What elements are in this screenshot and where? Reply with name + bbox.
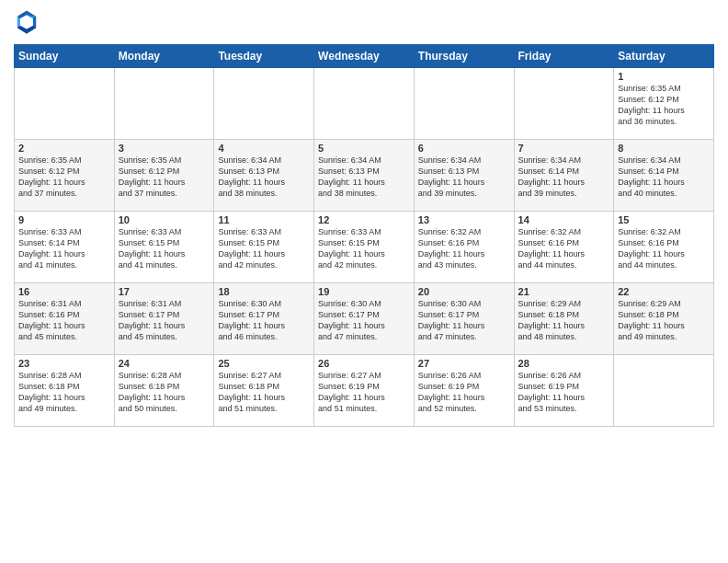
- day-cell: 19Sunrise: 6:30 AM Sunset: 6:17 PM Dayli…: [314, 283, 415, 355]
- week-row-4: 23Sunrise: 6:28 AM Sunset: 6:18 PM Dayli…: [15, 355, 714, 427]
- day-info: Sunrise: 6:29 AM Sunset: 6:18 PM Dayligh…: [518, 298, 610, 343]
- day-cell: [114, 68, 214, 140]
- day-number: 19: [318, 286, 410, 297]
- day-cell: 26Sunrise: 6:27 AM Sunset: 6:19 PM Dayli…: [314, 355, 415, 427]
- day-info: Sunrise: 6:28 AM Sunset: 6:18 PM Dayligh…: [119, 370, 210, 415]
- day-number: 6: [418, 143, 510, 154]
- day-cell: 4Sunrise: 6:34 AM Sunset: 6:13 PM Daylig…: [214, 140, 314, 212]
- day-cell: 9Sunrise: 6:33 AM Sunset: 6:14 PM Daylig…: [15, 212, 115, 283]
- day-cell: 7Sunrise: 6:34 AM Sunset: 6:14 PM Daylig…: [514, 140, 614, 212]
- day-info: Sunrise: 6:34 AM Sunset: 6:14 PM Dayligh…: [518, 155, 610, 200]
- day-number: 26: [318, 358, 410, 369]
- day-info: Sunrise: 6:28 AM Sunset: 6:18 PM Dayligh…: [18, 370, 110, 415]
- page: SundayMondayTuesdayWednesdayThursdayFrid…: [0, 0, 728, 563]
- logo: [14, 9, 41, 39]
- header-cell-thursday: Thursday: [414, 45, 514, 68]
- header-cell-sunday: Sunday: [15, 45, 115, 68]
- day-info: Sunrise: 6:30 AM Sunset: 6:17 PM Dayligh…: [318, 298, 410, 343]
- day-number: 22: [618, 286, 710, 297]
- header-cell-monday: Monday: [114, 45, 214, 68]
- day-info: Sunrise: 6:31 AM Sunset: 6:17 PM Dayligh…: [119, 298, 210, 343]
- day-cell: 11Sunrise: 6:33 AM Sunset: 6:15 PM Dayli…: [214, 212, 314, 283]
- day-cell: [314, 68, 415, 140]
- day-number: 11: [218, 214, 310, 225]
- day-number: 4: [218, 143, 310, 154]
- day-number: 7: [518, 143, 610, 154]
- day-number: 15: [618, 214, 710, 225]
- header-cell-friday: Friday: [514, 45, 614, 68]
- day-info: Sunrise: 6:32 AM Sunset: 6:16 PM Dayligh…: [618, 226, 710, 271]
- day-number: 13: [418, 214, 510, 225]
- day-info: Sunrise: 6:34 AM Sunset: 6:13 PM Dayligh…: [318, 155, 410, 200]
- day-cell: 6Sunrise: 6:34 AM Sunset: 6:13 PM Daylig…: [414, 140, 514, 212]
- day-number: 12: [318, 214, 410, 225]
- day-number: 20: [418, 286, 510, 297]
- day-info: Sunrise: 6:33 AM Sunset: 6:14 PM Dayligh…: [18, 226, 110, 271]
- day-number: 8: [618, 143, 710, 154]
- header-cell-saturday: Saturday: [614, 45, 714, 68]
- day-number: 1: [618, 71, 710, 82]
- week-row-0: 1Sunrise: 6:35 AM Sunset: 6:12 PM Daylig…: [15, 68, 714, 140]
- day-cell: 10Sunrise: 6:33 AM Sunset: 6:15 PM Dayli…: [114, 212, 214, 283]
- day-number: 17: [119, 286, 210, 297]
- day-cell: 25Sunrise: 6:27 AM Sunset: 6:18 PM Dayli…: [214, 355, 314, 427]
- day-info: Sunrise: 6:27 AM Sunset: 6:19 PM Dayligh…: [318, 370, 410, 415]
- day-cell: 5Sunrise: 6:34 AM Sunset: 6:13 PM Daylig…: [314, 140, 415, 212]
- logo-icon: [16, 9, 38, 35]
- day-number: 9: [18, 214, 110, 225]
- day-info: Sunrise: 6:33 AM Sunset: 6:15 PM Dayligh…: [318, 226, 410, 271]
- day-cell: 17Sunrise: 6:31 AM Sunset: 6:17 PM Dayli…: [114, 283, 214, 355]
- calendar-table: SundayMondayTuesdayWednesdayThursdayFrid…: [14, 44, 714, 427]
- day-cell: 18Sunrise: 6:30 AM Sunset: 6:17 PM Dayli…: [214, 283, 314, 355]
- day-info: Sunrise: 6:35 AM Sunset: 6:12 PM Dayligh…: [18, 155, 110, 200]
- week-row-1: 2Sunrise: 6:35 AM Sunset: 6:12 PM Daylig…: [15, 140, 714, 212]
- day-cell: 2Sunrise: 6:35 AM Sunset: 6:12 PM Daylig…: [15, 140, 115, 212]
- day-number: 18: [218, 286, 310, 297]
- day-cell: 22Sunrise: 6:29 AM Sunset: 6:18 PM Dayli…: [614, 283, 714, 355]
- day-info: Sunrise: 6:34 AM Sunset: 6:13 PM Dayligh…: [418, 155, 510, 200]
- day-cell: 3Sunrise: 6:35 AM Sunset: 6:12 PM Daylig…: [114, 140, 214, 212]
- day-number: 16: [18, 286, 110, 297]
- day-cell: 8Sunrise: 6:34 AM Sunset: 6:14 PM Daylig…: [614, 140, 714, 212]
- day-cell: 15Sunrise: 6:32 AM Sunset: 6:16 PM Dayli…: [614, 212, 714, 283]
- day-info: Sunrise: 6:31 AM Sunset: 6:16 PM Dayligh…: [18, 298, 110, 343]
- day-number: 28: [518, 358, 610, 369]
- week-row-2: 9Sunrise: 6:33 AM Sunset: 6:14 PM Daylig…: [15, 212, 714, 283]
- day-cell: 13Sunrise: 6:32 AM Sunset: 6:16 PM Dayli…: [414, 212, 514, 283]
- day-info: Sunrise: 6:34 AM Sunset: 6:13 PM Dayligh…: [218, 155, 310, 200]
- day-info: Sunrise: 6:32 AM Sunset: 6:16 PM Dayligh…: [518, 226, 610, 271]
- day-cell: 14Sunrise: 6:32 AM Sunset: 6:16 PM Dayli…: [514, 212, 614, 283]
- day-cell: 24Sunrise: 6:28 AM Sunset: 6:18 PM Dayli…: [114, 355, 214, 427]
- day-cell: [514, 68, 614, 140]
- day-info: Sunrise: 6:30 AM Sunset: 6:17 PM Dayligh…: [418, 298, 510, 343]
- day-cell: [214, 68, 314, 140]
- day-number: 21: [518, 286, 610, 297]
- day-number: 5: [318, 143, 410, 154]
- day-cell: [414, 68, 514, 140]
- day-cell: 12Sunrise: 6:33 AM Sunset: 6:15 PM Dayli…: [314, 212, 415, 283]
- day-cell: [614, 355, 714, 427]
- day-cell: 1Sunrise: 6:35 AM Sunset: 6:12 PM Daylig…: [614, 68, 714, 140]
- day-cell: 16Sunrise: 6:31 AM Sunset: 6:16 PM Dayli…: [15, 283, 115, 355]
- day-info: Sunrise: 6:29 AM Sunset: 6:18 PM Dayligh…: [618, 298, 710, 343]
- day-cell: [15, 68, 115, 140]
- day-info: Sunrise: 6:35 AM Sunset: 6:12 PM Dayligh…: [119, 155, 210, 200]
- header-row: SundayMondayTuesdayWednesdayThursdayFrid…: [15, 45, 714, 68]
- day-number: 25: [218, 358, 310, 369]
- day-info: Sunrise: 6:33 AM Sunset: 6:15 PM Dayligh…: [119, 226, 210, 271]
- week-row-3: 16Sunrise: 6:31 AM Sunset: 6:16 PM Dayli…: [15, 283, 714, 355]
- day-cell: 28Sunrise: 6:26 AM Sunset: 6:19 PM Dayli…: [514, 355, 614, 427]
- day-info: Sunrise: 6:32 AM Sunset: 6:16 PM Dayligh…: [418, 226, 510, 271]
- day-cell: 20Sunrise: 6:30 AM Sunset: 6:17 PM Dayli…: [414, 283, 514, 355]
- day-info: Sunrise: 6:26 AM Sunset: 6:19 PM Dayligh…: [518, 370, 610, 415]
- day-number: 24: [119, 358, 210, 369]
- day-info: Sunrise: 6:35 AM Sunset: 6:12 PM Dayligh…: [618, 83, 710, 128]
- day-info: Sunrise: 6:34 AM Sunset: 6:14 PM Dayligh…: [618, 155, 710, 200]
- day-info: Sunrise: 6:27 AM Sunset: 6:18 PM Dayligh…: [218, 370, 310, 415]
- day-number: 23: [18, 358, 110, 369]
- day-cell: 21Sunrise: 6:29 AM Sunset: 6:18 PM Dayli…: [514, 283, 614, 355]
- day-cell: 27Sunrise: 6:26 AM Sunset: 6:19 PM Dayli…: [414, 355, 514, 427]
- day-number: 10: [119, 214, 210, 225]
- day-info: Sunrise: 6:30 AM Sunset: 6:17 PM Dayligh…: [218, 298, 310, 343]
- day-number: 14: [518, 214, 610, 225]
